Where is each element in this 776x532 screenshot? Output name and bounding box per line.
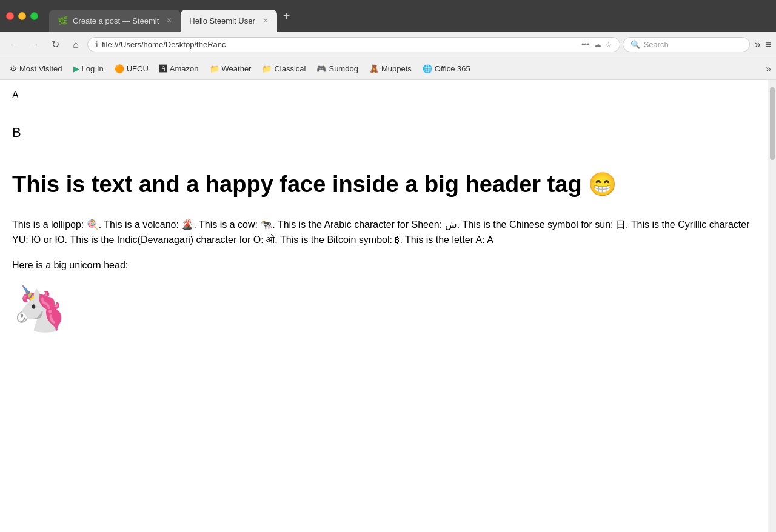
maximize-button[interactable] <box>30 12 38 20</box>
tab-hello-steemit[interactable]: Hello Steemit User ✕ <box>181 10 276 32</box>
address-bar[interactable]: ℹ file:///Users/home/Desktop/theRanc •••… <box>87 37 620 52</box>
menu-button[interactable]: ≡ <box>766 39 771 50</box>
page-content: A B This is text and a happy face inside… <box>0 80 768 532</box>
more-tools-button[interactable]: » <box>752 38 763 51</box>
bookmark-muppets-label: Muppets <box>381 64 412 73</box>
bookmarks-more-button[interactable]: » <box>766 64 771 75</box>
bookmark-ufcu[interactable]: 🟠 UFCU <box>110 62 153 76</box>
bookmark-most-visited-label: Most Visited <box>19 64 62 73</box>
bookmark-sumdog-label: Sumdog <box>329 64 358 73</box>
traffic-lights <box>6 12 38 20</box>
search-bar[interactable]: 🔍 Search <box>623 37 750 52</box>
bookmark-classical[interactable]: 📁 Classical <box>257 62 310 76</box>
bookmark-classical-label: Classical <box>274 64 306 73</box>
bookmark-most-visited[interactable]: ⚙ Most Visited <box>5 62 67 76</box>
dots-icon[interactable]: ••• <box>581 40 590 49</box>
bookmark-office365-label: Office 365 <box>435 64 470 73</box>
scrollbar[interactable] <box>768 80 776 532</box>
scrollbar-thumb[interactable] <box>770 87 775 160</box>
log-in-icon: ▶ <box>73 64 79 73</box>
most-visited-icon: ⚙ <box>10 64 17 73</box>
tab-create-post[interactable]: 🌿 Create a post — Steemit ✕ <box>49 10 181 32</box>
tab-create-post-label: Create a post — Steemit <box>73 16 159 25</box>
muppets-icon: 🧸 <box>369 64 379 73</box>
classical-icon: 📁 <box>262 64 272 73</box>
tab-active-close-button[interactable]: ✕ <box>263 16 269 25</box>
pocket-icon[interactable]: ☁ <box>594 40 601 49</box>
titlebar: 🌿 Create a post — Steemit ✕ Hello Steemi… <box>0 0 776 32</box>
bookmark-muppets[interactable]: 🧸 Muppets <box>364 62 416 76</box>
bookmark-weather[interactable]: 📁 Weather <box>205 62 256 76</box>
bookmarks-bar: ⚙ Most Visited ▶ Log In 🟠 UFCU 🅰 Amazon … <box>0 58 776 80</box>
forward-button[interactable]: → <box>25 36 44 54</box>
star-icon[interactable]: ☆ <box>605 40 612 49</box>
bookmark-log-in-label: Log In <box>82 64 104 73</box>
bookmark-office365[interactable]: 🌐 Office 365 <box>418 62 475 76</box>
amazon-icon: 🅰 <box>159 64 167 73</box>
address-actions: ••• ☁ ☆ <box>581 40 612 49</box>
new-tab-button[interactable]: + <box>277 9 296 23</box>
weather-icon: 📁 <box>210 64 219 73</box>
bookmark-weather-label: Weather <box>222 64 252 73</box>
bookmark-sumdog[interactable]: 🎮 Sumdog <box>312 62 363 76</box>
paragraph-characters: This is a lollipop: 🍭. This is a volcano… <box>12 217 755 248</box>
unicorn-intro: Here is a big unicorn head: <box>12 260 755 271</box>
letter-a: A <box>12 90 755 101</box>
search-placeholder: Search <box>644 40 669 49</box>
bookmark-amazon-label: Amazon <box>170 64 199 73</box>
office365-icon: 🌐 <box>423 64 432 73</box>
bookmark-log-in[interactable]: ▶ Log In <box>69 62 109 76</box>
browser-content-wrapper: A B This is text and a happy face inside… <box>0 80 776 532</box>
home-button[interactable]: ⌂ <box>67 36 85 54</box>
steemit-tab-icon: 🌿 <box>58 16 68 25</box>
close-button[interactable] <box>6 12 14 20</box>
unicorn-emoji: 🦄 <box>12 283 755 334</box>
sumdog-icon: 🎮 <box>316 64 326 73</box>
address-text: file:///Users/home/Desktop/theRanc <box>102 40 578 49</box>
refresh-button[interactable]: ↻ <box>46 36 64 54</box>
tab-close-button[interactable]: ✕ <box>166 16 172 25</box>
main-heading: This is text and a happy face inside a b… <box>12 171 755 199</box>
tab-hello-steemit-label: Hello Steemit User <box>189 16 255 25</box>
search-icon: 🔍 <box>630 40 640 49</box>
minimize-button[interactable] <box>18 12 26 20</box>
back-button[interactable]: ← <box>5 36 23 54</box>
secure-icon: ℹ <box>95 40 98 49</box>
tab-bar: 🌿 Create a post — Steemit ✕ Hello Steemi… <box>49 0 770 32</box>
navbar: ← → ↻ ⌂ ℹ file:///Users/home/Desktop/the… <box>0 32 776 58</box>
letter-b: B <box>12 125 755 141</box>
bookmark-amazon[interactable]: 🅰 Amazon <box>155 62 204 76</box>
ufcu-icon: 🟠 <box>115 64 124 73</box>
bookmark-ufcu-label: UFCU <box>127 64 149 73</box>
